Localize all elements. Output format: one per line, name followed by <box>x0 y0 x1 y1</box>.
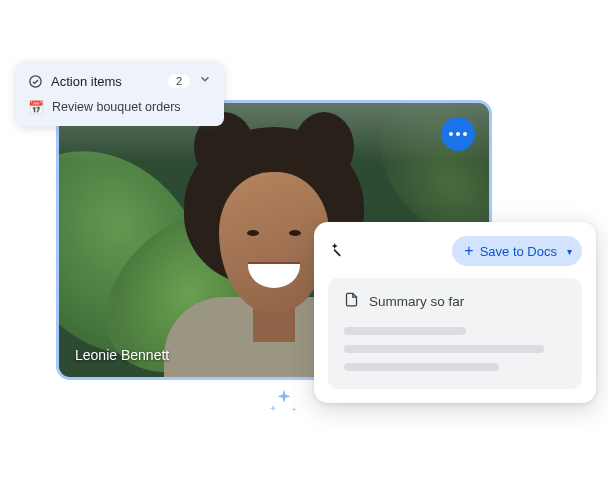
action-items-count-badge: 2 <box>168 74 190 88</box>
sparkle-decoration <box>268 386 308 426</box>
action-items-title: Action items <box>51 74 160 89</box>
magic-wand-icon <box>328 240 346 262</box>
placeholder-line <box>344 345 544 353</box>
calendar-icon: 📅 <box>28 101 44 114</box>
svg-rect-1 <box>333 249 341 257</box>
action-item-label: Review bouquet orders <box>52 100 181 114</box>
summary-panel: + Save to Docs ▾ Summary so far <box>314 222 596 403</box>
caret-down-icon: ▾ <box>567 246 572 257</box>
more-options-button[interactable] <box>441 117 475 151</box>
document-icon <box>344 292 359 311</box>
summary-title: Summary so far <box>369 294 464 309</box>
chevron-down-icon <box>198 72 212 90</box>
svg-point-0 <box>30 75 41 86</box>
save-to-docs-button[interactable]: + Save to Docs ▾ <box>452 236 582 266</box>
placeholder-line <box>344 327 466 335</box>
check-circle-icon <box>28 74 43 89</box>
summary-body: Summary so far <box>328 278 582 389</box>
participant-name-label: Leonie Bennett <box>75 347 169 363</box>
plus-icon: + <box>464 243 473 259</box>
action-item[interactable]: 📅 Review bouquet orders <box>28 100 212 114</box>
placeholder-line <box>344 363 499 371</box>
save-button-label: Save to Docs <box>480 244 557 259</box>
action-items-header[interactable]: Action items 2 <box>28 72 212 90</box>
action-items-panel: Action items 2 📅 Review bouquet orders <box>16 62 224 126</box>
